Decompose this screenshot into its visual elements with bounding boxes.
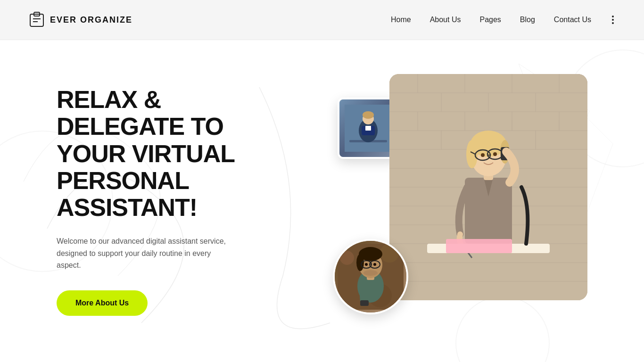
main-image (389, 74, 587, 300)
logo-text: EVER ORGANIZE (50, 15, 132, 25)
hero-section: RELAX & DELEGATE TO YOUR VIRTUAL PERSONA… (0, 40, 644, 362)
svg-point-49 (493, 152, 497, 156)
main-nav: Home About Us Pages Blog Contact Us (391, 14, 616, 26)
hero-content-left: RELAX & DELEGATE TO YOUR VIRTUAL PERSONA… (57, 86, 292, 316)
nav-pages[interactable]: Pages (479, 16, 501, 24)
svg-rect-69 (360, 300, 369, 306)
float-image-bottom-inner (335, 241, 406, 313)
nav-blog[interactable]: Blog (520, 16, 535, 24)
svg-point-48 (481, 153, 485, 157)
svg-rect-53 (446, 239, 512, 253)
nav-home[interactable]: Home (391, 16, 411, 24)
nav-about[interactable]: About Us (430, 16, 461, 24)
hero-title: RELAX & DELEGATE TO YOUR VIRTUAL PERSONA… (57, 86, 292, 221)
svg-rect-10 (365, 126, 371, 131)
more-menu-button[interactable] (610, 14, 616, 26)
dot-3 (612, 22, 614, 24)
svg-point-8 (363, 111, 374, 119)
svg-point-66 (365, 263, 368, 266)
site-header: EVER ORGANIZE Home About Us Pages Blog C… (0, 0, 644, 40)
man-cafe-illustration (338, 244, 404, 310)
svg-point-55 (340, 251, 354, 265)
float-image-bottom (333, 239, 408, 314)
cta-button[interactable]: More About Us (57, 290, 148, 316)
hero-main-illustration (389, 74, 587, 300)
svg-point-68 (363, 270, 378, 276)
logo-area[interactable]: EVER ORGANIZE (28, 11, 132, 28)
dot-1 (612, 16, 614, 17)
hero-subtitle: Welcome to our advanced digital assistan… (57, 235, 236, 272)
svg-point-67 (373, 263, 376, 266)
nav-contact[interactable]: Contact Us (554, 16, 591, 24)
woman-desk-illustration (345, 105, 392, 152)
hero-images-right (342, 74, 587, 329)
logo-icon (28, 11, 45, 28)
float-image-top-inner (339, 99, 397, 157)
main-image-inner (389, 74, 587, 300)
svg-point-62 (356, 254, 364, 271)
dot-2 (612, 19, 614, 21)
